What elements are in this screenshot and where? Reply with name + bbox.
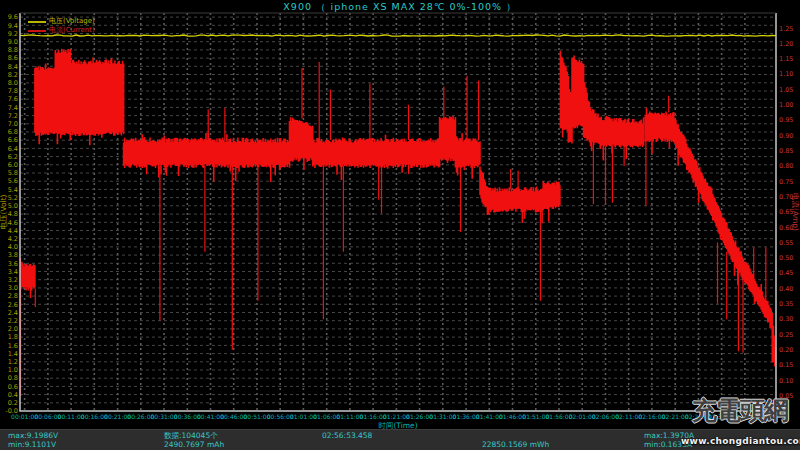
svg-text:0.90: 0.90 bbox=[779, 132, 793, 140]
svg-text:7.6: 7.6 bbox=[8, 95, 18, 103]
svg-text:3.8: 3.8 bbox=[8, 251, 18, 259]
svg-text:0.2: 0.2 bbox=[8, 399, 18, 407]
svg-text:7.4: 7.4 bbox=[8, 104, 18, 112]
svg-text:1.2: 1.2 bbox=[8, 358, 18, 366]
svg-text:0.10: 0.10 bbox=[779, 377, 793, 385]
power-meter-app: X900 （ iphone XS MAX 28℃ 0%-100% ） 9.69.… bbox=[0, 0, 800, 450]
svg-text:0.6: 0.6 bbox=[8, 383, 18, 391]
svg-text:6.6: 6.6 bbox=[8, 136, 18, 144]
svg-text:0.8: 0.8 bbox=[8, 374, 18, 382]
svg-text:4.4: 4.4 bbox=[8, 227, 18, 235]
svg-text:9.0: 9.0 bbox=[8, 38, 18, 46]
svg-text:2.4: 2.4 bbox=[8, 309, 18, 317]
x-axis-tick-labels: 00:01:0000:06:0000:11:0000:16:0000:21:00… bbox=[11, 413, 758, 420]
svg-text:1.4: 1.4 bbox=[8, 350, 18, 358]
voltage-series-line bbox=[20, 35, 776, 36]
stat-sample-count: 数据:104045个 bbox=[164, 432, 218, 440]
svg-text:5.4: 5.4 bbox=[8, 186, 18, 194]
svg-text:5.6: 5.6 bbox=[8, 177, 18, 185]
svg-text:0.30: 0.30 bbox=[779, 315, 793, 323]
gridlines bbox=[20, 13, 776, 411]
svg-text:9.4: 9.4 bbox=[8, 22, 18, 30]
svg-text:1.15: 1.15 bbox=[779, 55, 793, 63]
svg-text:8.2: 8.2 bbox=[8, 71, 18, 79]
svg-text:8.6: 8.6 bbox=[8, 54, 18, 62]
watermark-url: www.chongdiantou.com bbox=[681, 436, 799, 446]
svg-text:1.20: 1.20 bbox=[779, 40, 793, 48]
svg-text:3.2: 3.2 bbox=[8, 276, 18, 284]
svg-text:2.8: 2.8 bbox=[8, 292, 18, 300]
svg-text:8.4: 8.4 bbox=[8, 63, 18, 71]
current-line-swatch bbox=[28, 30, 46, 32]
svg-text:4.6: 4.6 bbox=[8, 219, 18, 227]
svg-text:0.40: 0.40 bbox=[779, 285, 793, 293]
svg-text:1.05: 1.05 bbox=[779, 86, 793, 94]
svg-text:7.2: 7.2 bbox=[8, 112, 18, 120]
svg-text:4.8: 4.8 bbox=[8, 210, 18, 218]
current-legend-label: 电流(Current) bbox=[49, 26, 95, 34]
svg-text:1.00: 1.00 bbox=[779, 101, 793, 109]
svg-text:2.0: 2.0 bbox=[8, 325, 18, 333]
chart-canvas: 9.69.49.29.08.88.68.48.28.07.87.67.47.27… bbox=[0, 0, 800, 430]
stat-voltage-max: max:9.1986V bbox=[8, 432, 58, 440]
svg-text:6.2: 6.2 bbox=[8, 153, 18, 161]
svg-text:6.8: 6.8 bbox=[8, 128, 18, 136]
legend-current-row: 电流(Current) bbox=[28, 25, 95, 34]
voltage-line-swatch bbox=[28, 21, 46, 23]
svg-text:8.0: 8.0 bbox=[8, 79, 18, 87]
horizontal-gridlines bbox=[20, 17, 776, 403]
svg-text:0.95: 0.95 bbox=[779, 116, 793, 124]
svg-text:3.4: 3.4 bbox=[8, 268, 18, 276]
left-axis-title: 电压(Volt) bbox=[0, 194, 8, 229]
svg-text:0.55: 0.55 bbox=[779, 239, 793, 247]
svg-text:1.25: 1.25 bbox=[779, 25, 793, 33]
stat-capacity-mah: 2490.7697 mAh bbox=[164, 441, 224, 449]
legend-voltage-row: 电压(Voltage) bbox=[28, 16, 95, 25]
svg-text:1.8: 1.8 bbox=[8, 333, 18, 341]
svg-text:6.0: 6.0 bbox=[8, 161, 18, 169]
svg-text:0.20: 0.20 bbox=[779, 346, 793, 354]
svg-text:0.75: 0.75 bbox=[779, 178, 793, 186]
svg-text:1.0: 1.0 bbox=[8, 366, 18, 374]
svg-text:0.35: 0.35 bbox=[779, 300, 793, 308]
svg-text:4.0: 4.0 bbox=[8, 243, 18, 251]
current-series-band bbox=[21, 49, 776, 366]
svg-text:0.45: 0.45 bbox=[779, 269, 793, 277]
stat-duration: 02:56:53.458 bbox=[322, 432, 372, 440]
svg-text:7.8: 7.8 bbox=[8, 87, 18, 95]
svg-text:0.85: 0.85 bbox=[779, 147, 793, 155]
svg-text:2.6: 2.6 bbox=[8, 301, 18, 309]
voltage-legend-label: 电压(Voltage) bbox=[49, 17, 95, 25]
svg-text:6.4: 6.4 bbox=[8, 145, 18, 153]
svg-text:0.25: 0.25 bbox=[779, 331, 793, 339]
watermark-logo-text: 充電頭網 bbox=[681, 396, 799, 426]
stat-voltage-min: min:9.1101V bbox=[8, 441, 56, 449]
chart-legend: 电压(Voltage) 电流(Current) bbox=[28, 16, 95, 34]
svg-text:7.0: 7.0 bbox=[8, 120, 18, 128]
svg-text:4.2: 4.2 bbox=[8, 235, 18, 243]
right-axis-title: 电流(Amp) bbox=[791, 193, 800, 231]
svg-text:5.2: 5.2 bbox=[8, 194, 18, 202]
svg-text:0.4: 0.4 bbox=[8, 391, 18, 399]
vertical-gridlines bbox=[25, 13, 745, 411]
svg-text:9.6: 9.6 bbox=[8, 13, 18, 21]
svg-text:3.0: 3.0 bbox=[8, 284, 18, 292]
stat-energy-mwh: 22850.1569 mWh bbox=[482, 441, 549, 449]
svg-text:1.6: 1.6 bbox=[8, 342, 18, 350]
svg-text:0.15: 0.15 bbox=[779, 361, 793, 369]
svg-text:9.2: 9.2 bbox=[8, 30, 18, 38]
status-bar: max:9.1986V min:9.1101V 数据:104045个 2490.… bbox=[0, 429, 800, 450]
svg-text:2.2: 2.2 bbox=[8, 317, 18, 325]
svg-text:8.8: 8.8 bbox=[8, 46, 18, 54]
svg-text:0.80: 0.80 bbox=[779, 162, 793, 170]
svg-text:5.0: 5.0 bbox=[8, 202, 18, 210]
current-series-spikes bbox=[21, 62, 775, 396]
plot-border bbox=[20, 13, 776, 411]
svg-text:5.8: 5.8 bbox=[8, 169, 18, 177]
svg-text:1.10: 1.10 bbox=[779, 70, 793, 78]
watermark: 充電頭網 www.chongdiantou.com bbox=[681, 396, 799, 450]
svg-text:3.6: 3.6 bbox=[8, 260, 18, 268]
svg-text:0.50: 0.50 bbox=[779, 254, 793, 262]
